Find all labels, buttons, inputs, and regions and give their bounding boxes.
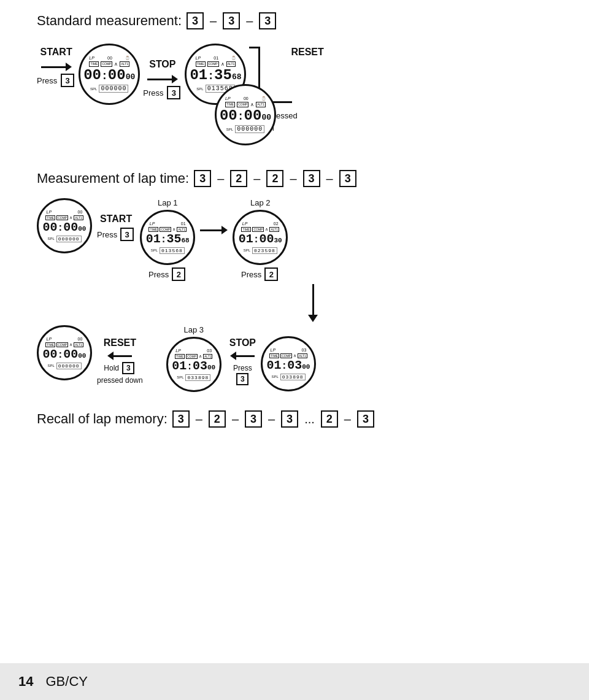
- stop-label: STOP: [149, 59, 175, 70]
- start-arrow: [41, 63, 72, 71]
- lap-start-label: START: [100, 213, 132, 225]
- down-arrow-section: [282, 284, 344, 322]
- lap3-col-a: Lap 3 LP 03 TIMECOMP∧ALT1 01:0300: [166, 325, 221, 392]
- recall-key-3-2: 3: [245, 410, 262, 428]
- press-2-lap1-key: 2: [172, 267, 185, 281]
- press-key-std: 3: [61, 74, 74, 87]
- lap-title: Measurement of lap time: 3 – 2 – 2 – 3 –…: [37, 170, 552, 187]
- watch-reset-lap: LP 00 TIMECOMP∧ALT1 00:0000 SPL 000000: [37, 325, 92, 380]
- press-3-lap-key: 3: [120, 228, 134, 241]
- lap3-label: Lap 3: [183, 325, 204, 334]
- key-3-1: 3: [187, 12, 204, 29]
- lap2-label: Lap 2: [250, 198, 271, 207]
- recall-title-text: Recall of lap memory:: [37, 411, 167, 427]
- press-3-stop-label: Press 3: [233, 362, 252, 385]
- watch-lap-start: LP 00 TIMECOMP∧ALT1 00:0000 SPL 000000: [37, 198, 92, 253]
- lap1-col: Lap 1 LP 01 TIMECOMP∧ALT1 01:3568: [140, 198, 195, 281]
- lap-reset-label: RESET: [104, 337, 136, 348]
- recall-section: Recall of lap memory: 3 – 2 – 3 – 3 ... …: [37, 410, 552, 428]
- hold-label-lap: Hold 3 pressed down: [97, 362, 143, 385]
- press-label-std: Press: [37, 76, 57, 85]
- lap3-col-b: LP 03 TIMECOMP∧ALT1 01:0300 SPL 033898: [261, 325, 316, 391]
- recall-key-3-4: 3: [357, 410, 374, 428]
- lap-key-2-2: 2: [266, 170, 283, 187]
- lap-key-2-1: 2: [230, 170, 247, 187]
- recall-key-3-1: 3: [172, 410, 190, 428]
- press-2-lap2-label: Press: [241, 270, 261, 279]
- press-key-stop: 3: [167, 86, 180, 99]
- start-label: START: [40, 47, 72, 58]
- lap-key-3-1: 3: [194, 170, 211, 187]
- page-language: GB/CY: [45, 674, 87, 690]
- press-label-stop: Press: [143, 88, 163, 98]
- press-2-lap2-key: 2: [264, 267, 278, 281]
- standard-title-text: Standard measurement:: [37, 13, 182, 29]
- stop-arrow: [147, 75, 178, 83]
- watch-start: LP 00 ⌚ TIMECOMP∧ALT1 00:0000 SPL 0000: [79, 44, 140, 105]
- lap-stop-label: STOP: [229, 337, 256, 348]
- stop-arrow-lap: [230, 352, 255, 360]
- lap-key-3-2: 3: [303, 170, 320, 187]
- lap1-label: Lap 1: [158, 198, 178, 207]
- lap-title-text: Measurement of lap time:: [37, 171, 189, 187]
- reset-label: RESET: [291, 47, 323, 58]
- press-3-lap-label: Press: [97, 230, 117, 239]
- lap-time-section: Measurement of lap time: 3 – 2 – 2 – 3 –…: [37, 170, 552, 392]
- page-number: 14: [18, 674, 33, 690]
- key-3-2: 3: [223, 12, 240, 29]
- key-3-3: 3: [259, 12, 276, 29]
- recall-key-2-1: 2: [209, 410, 226, 428]
- standard-measurement-section: Standard measurement: 3 – 3 – 3 START Pr…: [37, 12, 552, 145]
- press-2-lap1-label: Press: [148, 270, 169, 279]
- arrow-to-lap2: [200, 226, 228, 234]
- reset-arrow-lap: [107, 352, 132, 360]
- recall-title: Recall of lap memory: 3 – 2 – 3 – 3 ... …: [37, 410, 552, 428]
- standard-title: Standard measurement: 3 – 3 – 3: [37, 12, 552, 29]
- lap2-col: Lap 2 LP 02 TIMECOMP∧ALT1 01:0030: [233, 198, 288, 281]
- footer: 14 GB/CY: [0, 663, 589, 700]
- lap-key-3-3: 3: [339, 170, 356, 187]
- recall-key-3-3: 3: [281, 410, 298, 428]
- recall-key-2-2: 2: [321, 410, 338, 428]
